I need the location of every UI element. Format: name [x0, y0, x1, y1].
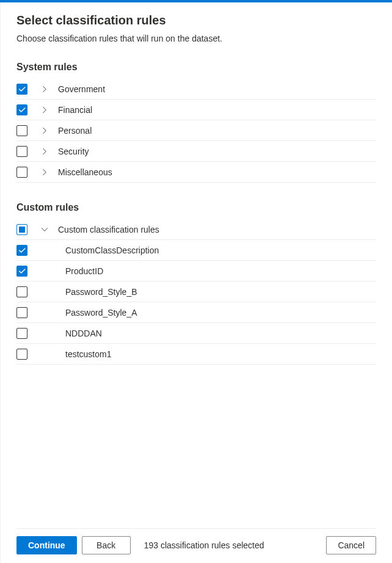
rule-label: ProductID: [65, 266, 103, 276]
rule-label: Miscellaneous: [58, 167, 112, 177]
chevron-right-icon: [41, 169, 48, 176]
rule-row: NDDDAN: [16, 323, 376, 344]
panel: Select classification rules Choose class…: [0, 2, 392, 563]
rule-row: Financial: [16, 100, 376, 120]
rule-label: testcustom1: [65, 349, 111, 359]
rule-row: Miscellaneous: [16, 162, 376, 183]
checkbox[interactable]: [16, 245, 27, 256]
custom-rules-list: Custom classification rulesCustomClassDe…: [16, 219, 376, 365]
chevron-down-icon: [41, 226, 48, 233]
checkbox[interactable]: [16, 224, 27, 235]
checkbox[interactable]: [16, 167, 27, 178]
rule-label: CustomClassDescription: [65, 245, 159, 255]
rule-label: Personal: [58, 126, 92, 136]
page-title: Select classification rules: [16, 13, 376, 27]
indeterminate-fill: [19, 227, 25, 233]
custom-rules-heading: Custom rules: [16, 202, 376, 213]
chevron-right-icon: [41, 148, 48, 155]
checkbox[interactable]: [16, 307, 27, 318]
rule-group-row: Custom classification rules: [16, 219, 376, 240]
rule-row: CustomClassDescription: [16, 240, 376, 261]
collapse-toggle[interactable]: [38, 226, 51, 233]
expand-toggle[interactable]: [38, 127, 51, 134]
checkbox[interactable]: [16, 266, 27, 277]
check-icon: [18, 106, 26, 114]
system-rules-heading: System rules: [16, 62, 376, 73]
rule-row: Security: [16, 141, 376, 162]
check-icon: [18, 246, 26, 255]
rule-group-label: Custom classification rules: [58, 225, 159, 234]
rule-label: NDDDAN: [65, 329, 102, 338]
rule-row: Government: [16, 79, 376, 100]
rule-label: Government: [58, 84, 105, 94]
checkbox[interactable]: [16, 286, 27, 297]
expand-toggle[interactable]: [38, 106, 51, 114]
expand-toggle[interactable]: [38, 148, 51, 155]
checkbox[interactable]: [16, 84, 27, 95]
back-button[interactable]: Back: [82, 536, 131, 554]
rule-row: testcustom1: [16, 344, 376, 365]
checkbox[interactable]: [16, 328, 27, 339]
rule-row: Personal: [16, 120, 376, 141]
continue-button[interactable]: Continue: [16, 536, 77, 554]
rule-row: Password_Style_A: [16, 302, 376, 323]
checkbox[interactable]: [16, 349, 27, 360]
checkbox[interactable]: [16, 146, 27, 157]
rule-row: ProductID: [16, 261, 376, 282]
check-icon: [18, 85, 26, 93]
expand-toggle[interactable]: [38, 169, 51, 176]
rule-label: Security: [58, 147, 89, 156]
footer: Continue Back 193 classification rules s…: [16, 528, 376, 563]
rule-row: Password_Style_B: [16, 282, 376, 302]
chevron-right-icon: [41, 127, 48, 134]
chevron-right-icon: [41, 106, 48, 114]
cancel-button[interactable]: Cancel: [326, 536, 376, 554]
expand-toggle[interactable]: [38, 85, 51, 93]
checkbox[interactable]: [16, 104, 27, 115]
page-subtitle: Choose classification rules that will ru…: [16, 34, 376, 43]
check-icon: [18, 267, 26, 275]
rule-label: Financial: [58, 105, 92, 115]
rule-label: Password_Style_B: [65, 287, 137, 297]
chevron-right-icon: [41, 85, 48, 93]
content-area: Select classification rules Choose class…: [16, 12, 376, 528]
rule-label: Password_Style_A: [65, 308, 137, 318]
selection-status: 193 classification rules selected: [144, 540, 264, 550]
system-rules-list: GovernmentFinancialPersonalSecurityMisce…: [16, 79, 376, 183]
checkbox[interactable]: [16, 125, 27, 136]
